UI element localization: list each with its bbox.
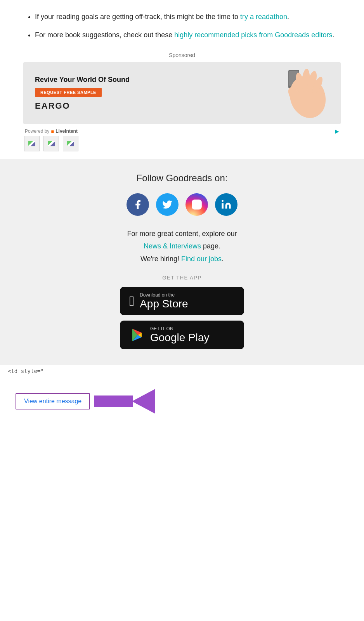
hiring-period: . (222, 255, 224, 263)
appstore-sub: Download on the (140, 292, 188, 298)
ad-info-icon[interactable]: ▶ (335, 128, 339, 134)
follow-title: Follow Goodreads on: (16, 173, 348, 184)
svg-rect-11 (222, 203, 224, 209)
news-interviews-link[interactable]: News & Interviews (144, 242, 201, 250)
hand-illustration (267, 68, 329, 118)
content-links: For more great content, explore our News… (16, 227, 348, 265)
view-entire-section: View entire message (0, 377, 364, 425)
content-line-3: We're hiring! Find our jobs. (16, 253, 348, 265)
googleplay-main: Google Play (150, 331, 210, 343)
bullet-list: If your reading goals are getting off-tr… (23, 12, 341, 40)
view-entire-button[interactable]: View entire message (16, 393, 90, 409)
get-app-label: GET THE APP (16, 275, 348, 281)
content-text-1: For more great content, explore our (127, 230, 237, 238)
editors-picks-link[interactable]: highly recommended picks from Goodreads … (174, 31, 332, 39)
powered-by-left: Powered by ■ LiveIntent (25, 128, 78, 134)
ad-request-button[interactable]: REQUEST FREE SAMPLE (35, 88, 102, 97)
broken-img-1 (24, 136, 40, 151)
linkedin-icon[interactable] (215, 193, 237, 216)
powered-by-bar: Powered by ■ LiveIntent ▶ (23, 128, 341, 134)
appstore-main: App Store (140, 298, 188, 310)
google-play-button[interactable]: GET IT ON Google Play (120, 321, 244, 349)
bullet-item-2: For more book suggestions, check out the… (35, 30, 341, 40)
liveintent-label: LiveIntent (55, 128, 78, 134)
ad-brand: EARGO (35, 101, 130, 111)
liveintent-icon: ■ (51, 128, 54, 134)
content-line-2: News & Interviews page. (16, 240, 348, 252)
hiring-text: We're hiring! (140, 255, 179, 263)
svg-point-12 (222, 200, 224, 202)
bullet1-text: If your reading goals are getting off-tr… (35, 13, 240, 21)
broken-img-2 (43, 136, 59, 151)
code-snippet: <td style=" (0, 365, 364, 377)
ad-text-side: Revive Your World Of Sound REQUEST FREE … (35, 76, 130, 111)
bullet1-period: . (287, 13, 289, 21)
content-line-1: For more great content, explore our (16, 227, 348, 240)
apple-icon:  (129, 294, 134, 308)
appstore-text: Download on the App Store (140, 292, 188, 310)
googleplay-text: GET IT ON Google Play (150, 326, 210, 343)
facebook-icon[interactable] (127, 193, 149, 216)
sponsored-label: Sponsored (23, 52, 341, 58)
readathon-link[interactable]: try a readathon (240, 13, 287, 21)
sponsored-section: Sponsored Revive Your World Of Sound REQ… (23, 52, 341, 124)
arrow-wrapper (94, 389, 155, 414)
bullet2-text: For more book suggestions, check out the… (35, 31, 174, 39)
app-store-button[interactable]:  Download on the App Store (120, 287, 244, 315)
googleplay-sub: GET IT ON (150, 326, 210, 331)
broken-img-3 (63, 136, 78, 151)
bullet2-period: . (332, 31, 334, 39)
main-content: If your reading goals are getting off-tr… (0, 0, 364, 159)
arrow-left-icon (132, 389, 155, 414)
arrow-body (94, 395, 133, 407)
social-icons (16, 193, 348, 216)
twitter-icon[interactable] (156, 193, 179, 216)
google-play-icon (129, 327, 145, 343)
content-text-2: page. (203, 242, 220, 250)
follow-section: Follow Goodreads on: For more great cont… (0, 159, 364, 365)
jobs-link[interactable]: Find our jobs (181, 255, 222, 263)
ad-banner[interactable]: Revive Your World Of Sound REQUEST FREE … (23, 62, 341, 124)
broken-images-row (24, 136, 341, 151)
ad-title: Revive Your World Of Sound (35, 76, 130, 84)
powered-by-text: Powered by (25, 128, 49, 134)
bullet-item-1: If your reading goals are getting off-tr… (35, 12, 341, 22)
instagram-icon[interactable] (185, 193, 208, 216)
ad-image-side (267, 68, 329, 118)
